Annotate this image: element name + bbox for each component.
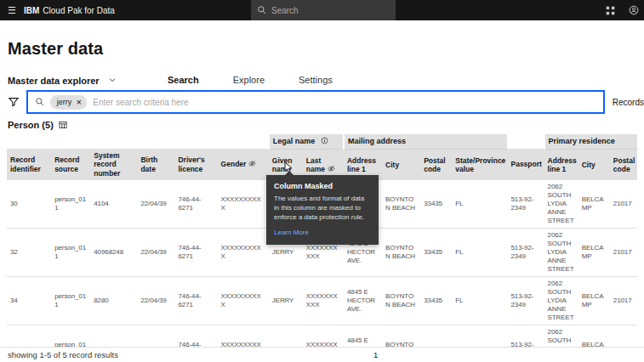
user-avatar-icon[interactable] — [629, 5, 639, 15]
column-header-label: Address line 1 — [548, 156, 577, 173]
column-header-postal-code[interactable]: Postal code — [420, 149, 452, 180]
table-cell: JERRY — [269, 325, 303, 347]
table-row[interactable]: 36person_0114096422422/04/39746-44-6271X… — [7, 325, 637, 347]
column-header-label: Birth date — [140, 156, 157, 173]
column-group-spacer — [507, 134, 544, 149]
column-header-record-identifier[interactable]: Record identifier — [7, 149, 51, 180]
table-cell: 32 — [7, 228, 51, 276]
table-cell: 513-92-2349 — [507, 276, 544, 325]
column-header-passport[interactable]: Passport — [507, 149, 544, 180]
column-header-record-source[interactable]: Record source — [51, 149, 90, 180]
column-header-label: Postal code — [613, 156, 635, 173]
tab-settings[interactable]: Settings — [282, 70, 350, 92]
table-cell: 36 — [7, 325, 51, 347]
table-cell: 4845 E HECTOR AVE — [344, 325, 382, 347]
column-header-city[interactable]: City — [382, 149, 420, 180]
search-criteria-input[interactable] — [93, 98, 596, 107]
table-cell: 33435 — [420, 180, 452, 229]
column-masked-tooltip: Column Masked The values and format of d… — [266, 175, 379, 245]
column-header-label: Postal code — [424, 156, 446, 173]
table-cell: 746-44-6271 — [174, 228, 217, 276]
table-cell: BOYNTON BEACH — [382, 276, 420, 325]
column-header-label: Address line 1 — [347, 156, 376, 173]
pagination-page[interactable]: 1 — [369, 349, 382, 360]
column-header-gender[interactable]: Gender — [218, 149, 269, 180]
page-title: Master data — [8, 39, 103, 59]
table-cell: 21017 — [610, 228, 637, 276]
column-header-label: Gender — [221, 160, 247, 168]
app-title: IBMCloud Pak for Data — [24, 6, 115, 15]
column-header-label: Record source — [54, 156, 79, 173]
table-cell: XXXXXXXXXX — [303, 276, 344, 325]
column-header-postal-code[interactable]: Postal code — [610, 149, 637, 180]
table-settings-icon[interactable] — [59, 121, 67, 129]
column-header-label: Passport — [510, 160, 541, 168]
table-cell: person_011 — [51, 276, 90, 325]
column-header-city[interactable]: City — [578, 149, 610, 180]
table-cell: 746-44-6271 — [174, 180, 217, 229]
table-cell: 2062 SOUTH LYDIA ANNE STREET — [544, 228, 578, 276]
tab-search[interactable]: Search — [151, 70, 216, 92]
table-cell: 4845 E HECTOR AVE. — [344, 276, 382, 325]
table-cell: 33435 — [420, 276, 452, 325]
grid-icon[interactable] — [606, 6, 615, 15]
table-cell: XXXXXXXXXX — [218, 276, 269, 325]
search-criteria-box[interactable]: jerry × — [26, 90, 605, 114]
learn-more-link[interactable]: Learn More — [274, 229, 309, 236]
records-button[interactable]: Records — [613, 98, 644, 107]
table-cell: XXXXXXXXXX — [218, 228, 269, 276]
filter-icon[interactable] — [8, 96, 25, 108]
global-search-input[interactable] — [271, 6, 390, 15]
table-cell: BELCAMP — [578, 180, 610, 229]
menu-icon[interactable]: ☰ — [0, 0, 24, 20]
column-group-primary-residence: Primary residence — [544, 134, 637, 149]
column-header-label: Last name — [306, 156, 325, 173]
column-header-birth-date[interactable]: Birth date — [137, 149, 174, 180]
brand-rest: Cloud Pak for Data — [43, 6, 115, 15]
table-cell: 513-92-2349 — [507, 228, 544, 276]
search-term-tag: jerry × — [50, 95, 88, 110]
table-cell: BOYNTON BEACH — [382, 180, 420, 229]
header-actions — [606, 0, 639, 20]
table-cell: FL — [452, 180, 507, 229]
table-cell: FL — [452, 228, 507, 276]
table-cell: 513-92-2349 — [507, 180, 544, 229]
info-icon[interactable] — [321, 137, 328, 144]
column-header-state-province-value[interactable]: State/Province value — [452, 149, 507, 180]
table-cell: 22/04/39 — [137, 276, 174, 325]
column-header-driver-s-licence[interactable]: Driver's licence — [174, 149, 217, 180]
table-cell: 513-92-2349 — [507, 325, 544, 347]
table-cell: 2062 SOUTH LYDIA ANNE STREET — [544, 325, 578, 347]
table-cell: 21017 — [610, 180, 637, 229]
search-criteria-row: jerry × Records — [0, 90, 644, 114]
master-data-explorer-dropdown[interactable]: Master data explorer — [8, 70, 151, 92]
column-group-spacer — [7, 134, 269, 149]
global-search[interactable] — [251, 0, 396, 20]
tab-explore[interactable]: Explore — [216, 70, 282, 92]
column-header-label: System record number — [94, 151, 120, 177]
app-window: ☰ IBMCloud Pak for Data Master data Mast… — [0, 0, 644, 362]
column-header-address-line-1[interactable]: Address line 1 — [544, 149, 578, 180]
table-cell: BELCAMP — [578, 228, 610, 276]
search-icon — [35, 94, 44, 110]
column-header-label: City — [385, 161, 399, 169]
table-cell: person_011 — [51, 325, 90, 347]
table-cell: 4104 — [90, 180, 137, 229]
app-header: ☰ IBMCloud Pak for Data — [0, 0, 644, 20]
table-row[interactable]: 34person_011828022/04/39746-44-6271XXXXX… — [7, 276, 637, 325]
table-cell: FL — [452, 325, 507, 347]
search-icon — [257, 3, 266, 18]
masked-icon[interactable] — [248, 160, 256, 167]
table-cell: 34 — [7, 276, 51, 325]
tooltip-title: Column Masked — [274, 182, 371, 190]
column-group-label: Legal name — [273, 137, 316, 145]
tabs: Search Explore Settings — [151, 70, 350, 92]
column-header-system-record-number[interactable]: System record number — [90, 149, 137, 180]
masked-icon[interactable] — [328, 165, 335, 173]
table-cell: XXXXXXXXXX — [303, 325, 344, 347]
table-cell: 8280 — [90, 276, 137, 325]
column-group-label: Mailing address — [348, 137, 406, 145]
table-cell: 21017 — [610, 325, 637, 347]
close-icon[interactable]: × — [72, 96, 85, 109]
column-header-label: City — [582, 161, 596, 169]
